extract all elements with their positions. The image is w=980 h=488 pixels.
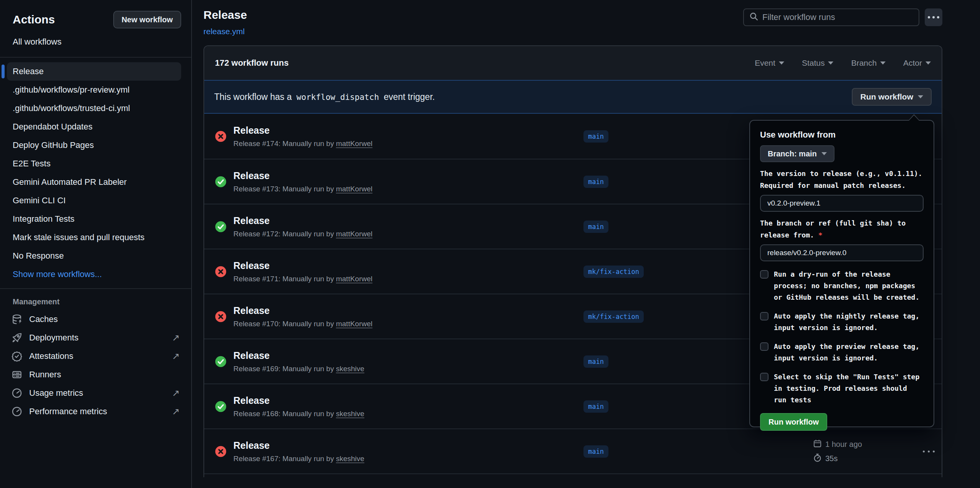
version-input[interactable] xyxy=(760,195,924,212)
sidebar-item--github-workflows-trusted-ci-yml[interactable]: .github/workflows/trusted-ci.yml xyxy=(7,99,181,118)
checkbox[interactable] xyxy=(760,342,768,351)
management-header: Management xyxy=(0,294,191,310)
branch-badge[interactable]: main xyxy=(583,400,608,413)
new-workflow-button[interactable]: New workflow xyxy=(113,11,181,28)
sidebar-item-release[interactable]: Release xyxy=(7,62,181,81)
actor-link[interactable]: mattKorwel xyxy=(336,230,372,238)
branch-badge[interactable]: mk/fix-action xyxy=(583,266,644,278)
management-item-performance-metrics[interactable]: Performance metrics ↗ xyxy=(0,402,191,421)
sidebar-item-integration-tests[interactable]: Integration Tests xyxy=(7,210,181,228)
banner-text: This workflow has a workflow_dispatch ev… xyxy=(214,92,435,102)
x-circle-icon xyxy=(215,131,226,142)
chevron-down-icon xyxy=(918,95,923,98)
popup-heading: Use workflow from xyxy=(760,130,924,140)
run-workflow-submit-button[interactable]: Run workflow xyxy=(760,413,827,431)
run-title[interactable]: Release xyxy=(233,170,372,181)
chevron-down-icon xyxy=(821,152,827,155)
run-description: Release #167: Manually run by skeshive xyxy=(233,455,364,463)
run-meta: 1 hour ago 35s xyxy=(813,439,862,464)
check-circle-icon xyxy=(215,401,226,412)
filter-workflow-runs-box xyxy=(743,8,919,26)
workflow-file-link[interactable]: release.yml xyxy=(203,27,245,36)
run-title[interactable]: Release xyxy=(233,440,364,451)
branch-badge[interactable]: main xyxy=(583,221,608,233)
popup-checkbox-row: Auto apply the preview release tag, inpu… xyxy=(760,341,924,364)
checkbox[interactable] xyxy=(760,270,768,279)
chevron-down-icon xyxy=(779,61,784,65)
filter-dropdown-actor[interactable]: Actor xyxy=(903,58,931,68)
filter-dropdown-event[interactable]: Event xyxy=(755,58,784,68)
external-link-icon: ↗ xyxy=(172,351,180,362)
management-item-attestations[interactable]: Attestations ↗ xyxy=(0,347,191,365)
actor-link[interactable]: skeshive xyxy=(336,455,364,463)
run-workflow-popup: Use workflow from Branch: main The versi… xyxy=(749,120,934,427)
workflow-options-kebab-button[interactable] xyxy=(925,8,942,26)
run-title[interactable]: Release xyxy=(233,125,372,136)
sidebar-item-deploy-github-pages[interactable]: Deploy GitHub Pages xyxy=(7,136,181,154)
actions-sidebar: Actions New workflow All workflows Relea… xyxy=(0,0,192,488)
management-item-caches[interactable]: Caches xyxy=(0,310,191,329)
chevron-down-icon xyxy=(925,61,931,65)
run-title[interactable]: Release xyxy=(233,305,372,316)
management-item-usage-metrics[interactable]: Usage metrics ↗ xyxy=(0,384,191,402)
run-title[interactable]: Release xyxy=(233,215,372,226)
run-description: Release #170: Manually run by mattKorwel xyxy=(233,320,372,328)
code-workflow-dispatch: workflow_dispatch xyxy=(294,93,381,102)
popup-checkbox-row: Select to skip the "Run Tests" step in t… xyxy=(760,371,924,406)
sidebar-item-no-response[interactable]: No Response xyxy=(7,247,181,265)
sidebar-item-all-workflows[interactable]: All workflows xyxy=(0,31,191,52)
run-title[interactable]: Release xyxy=(233,395,364,406)
sidebar-item--github-workflows-pr-review-yml[interactable]: .github/workflows/pr-review.yml xyxy=(7,81,181,99)
management-item-deployments[interactable]: Deployments ↗ xyxy=(0,329,191,347)
actor-link[interactable]: skeshive xyxy=(336,410,364,418)
branch-selector-button[interactable]: Branch: main xyxy=(760,145,835,162)
deployments-icon xyxy=(12,332,22,343)
show-more-workflows-link[interactable]: Show more workflows... xyxy=(7,265,181,284)
run-description: Release #171: Manually run by mattKorwel xyxy=(233,275,372,283)
x-circle-icon xyxy=(215,311,226,322)
actor-link[interactable]: skeshive xyxy=(336,365,364,373)
management-item-runners[interactable]: Runners xyxy=(0,365,191,384)
filter-workflow-runs-input[interactable] xyxy=(762,12,913,22)
stopwatch-icon xyxy=(813,453,822,464)
sidebar-item-mark-stale-issues-and-pull-requests[interactable]: Mark stale issues and pull requests xyxy=(7,228,181,247)
actor-link[interactable]: mattKorwel xyxy=(336,185,372,193)
branch-badge[interactable]: main xyxy=(583,445,608,458)
run-description: Release #173: Manually run by mattKorwel xyxy=(233,185,372,193)
popup-caret xyxy=(908,115,920,121)
required-asterisk: * xyxy=(818,231,823,239)
caches-icon xyxy=(12,314,22,325)
branch-badge[interactable]: main xyxy=(583,130,608,143)
actor-link[interactable]: mattKorwel xyxy=(336,139,372,148)
check-circle-icon xyxy=(215,176,226,188)
run-title[interactable]: Release xyxy=(233,350,364,361)
check-circle-icon xyxy=(215,356,226,367)
external-link-icon: ↗ xyxy=(172,406,180,417)
branch-badge[interactable]: mk/fix-action xyxy=(583,310,644,323)
sidebar-item-dependabot-updates[interactable]: Dependabot Updates xyxy=(7,118,181,136)
filter-dropdown-branch[interactable]: Branch xyxy=(851,58,886,68)
workflow-run-row[interactable]: Release Release #167: Manually run by sk… xyxy=(204,428,942,473)
popup-checkbox-row: Auto apply the nightly release tag, inpu… xyxy=(760,310,924,334)
version-input-label: The version to release (e.g., v0.1.11). … xyxy=(760,168,924,191)
checkbox[interactable] xyxy=(760,373,768,381)
actor-link[interactable]: mattKorwel xyxy=(336,275,372,283)
checkbox[interactable] xyxy=(760,312,768,320)
external-link-icon: ↗ xyxy=(172,388,180,398)
branch-badge[interactable]: main xyxy=(583,176,608,188)
sidebar-divider xyxy=(0,57,191,58)
filter-dropdown-status[interactable]: Status xyxy=(802,58,834,68)
sidebar-item-e2e-tests[interactable]: E2E Tests xyxy=(7,154,181,173)
sidebar-item-gemini-cli-ci[interactable]: Gemini CLI CI xyxy=(7,191,181,210)
sidebar-item-gemini-automated-pr-labeler[interactable]: Gemini Automated PR Labeler xyxy=(7,173,181,191)
run-workflow-dropdown-button[interactable]: Run workflow xyxy=(852,88,932,106)
run-title[interactable]: Release xyxy=(233,260,372,271)
ref-input[interactable] xyxy=(760,244,924,261)
run-options-kebab-button[interactable] xyxy=(919,447,939,456)
branch-badge[interactable]: main xyxy=(583,355,608,368)
search-icon xyxy=(749,12,759,23)
management-list: Caches Deployments ↗ Attestations ↗ Runn… xyxy=(0,310,191,421)
run-description: Release #174: Manually run by mattKorwel xyxy=(233,139,372,148)
actor-link[interactable]: mattKorwel xyxy=(336,320,372,328)
runners-icon xyxy=(12,369,22,380)
